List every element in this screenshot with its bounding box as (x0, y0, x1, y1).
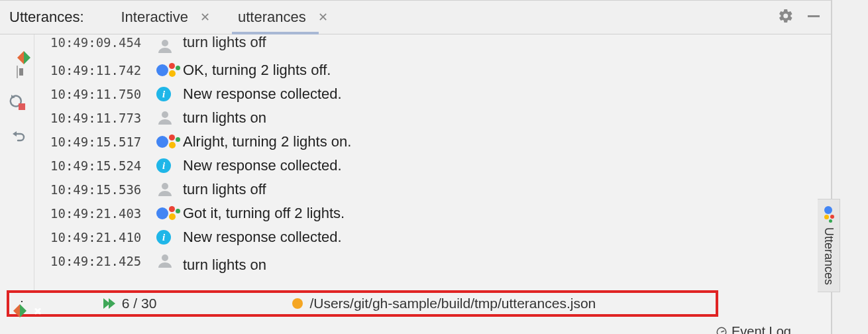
log-timestamp: 10:49:15.536 (50, 178, 156, 201)
status-dot-icon (292, 298, 303, 309)
log-timestamp: 10:49:21.410 (50, 225, 156, 249)
gear-icon[interactable] (778, 8, 794, 27)
log-row: 10:49:15.517Alright, turning 2 lights on… (50, 130, 824, 154)
assistant-logo-icon (823, 206, 835, 222)
progress-group: 6 / 30 (103, 296, 157, 311)
tab-close-icon[interactable]: ✕ (318, 10, 328, 25)
event-log-icon (716, 326, 728, 335)
rerun-stop-icon[interactable] (9, 94, 25, 113)
right-tab-label: Utterances (822, 227, 836, 285)
svg-rect-0 (808, 15, 820, 17)
assistant-logo-icon (156, 63, 176, 78)
user-icon (156, 110, 174, 126)
svg-rect-1 (19, 103, 25, 110)
file-path: /Users/git/gh-sample/build/tmp/utterance… (309, 296, 596, 311)
assistant-logo-icon (156, 206, 176, 221)
log-message: Alright, turning 2 lights on. (183, 130, 351, 154)
tab-close-icon[interactable]: ✕ (200, 10, 210, 25)
svg-rect-7 (721, 330, 724, 332)
log-row: 10:49:21.403Got it, turning off 2 lights… (50, 201, 824, 225)
log-message: New response collected. (183, 154, 342, 178)
undo-icon[interactable] (9, 129, 25, 147)
log-timestamp: 10:49:15.524 (50, 154, 156, 178)
right-sidebar: Utterances (832, 0, 868, 334)
log-timestamp: 10:49:09.454 (50, 34, 156, 54)
log-message: turn lights on (183, 106, 266, 130)
info-icon: i (156, 230, 171, 245)
user-icon (156, 38, 174, 54)
panel-title: Utterances: (9, 9, 84, 26)
log-timestamp: 10:49:11.750 (50, 82, 156, 106)
log-timestamp: 10:49:15.517 (50, 130, 156, 154)
file-path-group: /Users/git/gh-sample/build/tmp/utterance… (292, 296, 596, 311)
info-icon: i (156, 158, 171, 173)
log-row: 10:49:15.524iNew response collected. (50, 154, 824, 178)
log-row: 10:49:11.750iNew response collected. (50, 82, 824, 106)
svg-point-5 (162, 254, 168, 261)
log-row: 10:49:21.410iNew response collected. (50, 225, 824, 249)
svg-point-3 (162, 111, 168, 118)
status-bar: : 6 / 30 /Users/git/gh-sample/build/tmp/… (7, 290, 718, 317)
log-message: turn lights off (183, 178, 266, 201)
svg-point-4 (162, 183, 168, 190)
tab-utterances[interactable]: utterances ✕ (234, 1, 332, 34)
log-row: 10:49:11.773turn lights on (50, 106, 824, 130)
progress-count: 6 / 30 (122, 296, 157, 311)
user-icon (156, 253, 174, 269)
log-message: OK, turning 2 lights off. (183, 58, 331, 82)
log-message: New response collected. (183, 225, 342, 249)
log-row: 10:49:21.425turn lights on (50, 249, 824, 273)
log-message: turn lights off (183, 34, 266, 54)
log-timestamp: 10:49:11.773 (50, 106, 156, 130)
tab-interactive[interactable]: Interactive ✕ (117, 1, 215, 34)
log-row: 10:49:15.536turn lights off (50, 178, 824, 201)
panel-body: 10:49:09.454turn lights off10:49:11.742O… (0, 34, 831, 305)
svg-point-6 (717, 327, 726, 334)
user-icon (156, 182, 174, 197)
svg-point-2 (162, 40, 168, 46)
minimize-icon[interactable] (806, 8, 822, 27)
log-row: 10:49:11.742OK, turning 2 lights off. (50, 58, 824, 82)
event-log-label: Event Log (732, 324, 791, 334)
layout-icon[interactable] (17, 66, 18, 78)
log-view[interactable]: 10:49:09.454turn lights off10:49:11.742O… (34, 34, 831, 305)
log-message: turn lights on (183, 253, 266, 277)
log-timestamp: 10:49:21.425 (50, 249, 156, 273)
tab-bar: Utterances: Interactive ✕ utterances ✕ (0, 0, 831, 34)
event-log-button[interactable]: Event Log (716, 324, 791, 334)
log-timestamp: 10:49:11.742 (50, 58, 156, 82)
log-row: 10:49:09.454turn lights off (50, 34, 824, 58)
info-icon: i (156, 87, 171, 101)
log-timestamp: 10:49:21.403 (50, 201, 156, 225)
right-tab-utterances[interactable]: Utterances (818, 199, 840, 292)
log-message: Got it, turning off 2 lights. (183, 201, 345, 225)
tab-label: Interactive (121, 9, 189, 26)
log-message: New response collected. (183, 82, 342, 106)
left-toolbar (0, 34, 34, 305)
assistant-logo-icon (156, 135, 176, 149)
run-fast-icon[interactable] (103, 298, 115, 309)
utterances-panel: Utterances: Interactive ✕ utterances ✕ (0, 0, 832, 334)
tab-label: utterances (238, 9, 306, 26)
